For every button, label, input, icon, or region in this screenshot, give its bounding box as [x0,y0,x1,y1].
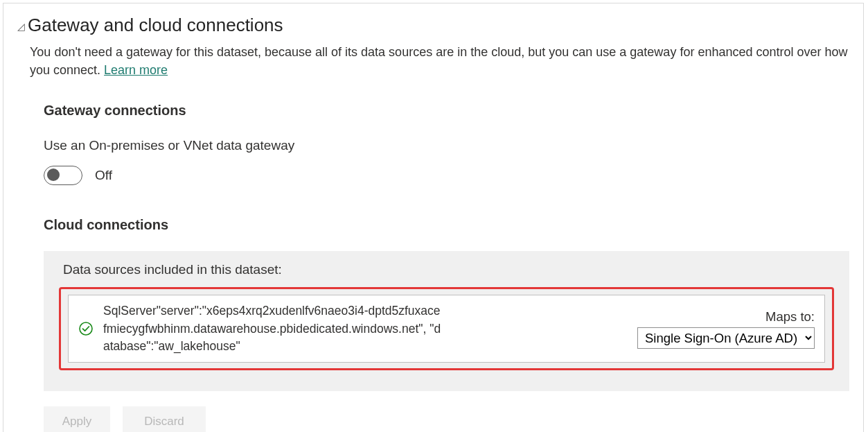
gateway-toggle-label: Use an On-premises or VNet data gateway [44,138,849,153]
maps-to-select[interactable]: Single Sign-On (Azure AD) [637,327,815,349]
maps-to-column: Maps to: Single Sign-On (Azure AD) [637,309,815,349]
datasource-text: SqlServer"server":"x6eps4xrq2xudenlfv6na… [103,302,443,355]
inner-content: Gateway connections Use an On-premises o… [44,103,849,432]
toggle-knob [47,169,60,181]
gateway-toggle[interactable] [44,166,82,185]
collapse-triangle-icon[interactable]: ◿ [17,21,25,31]
gateway-toggle-state: Off [95,168,112,183]
learn-more-link[interactable]: Learn more [104,63,168,77]
maps-to-label: Maps to: [765,309,815,325]
cloud-connections-heading: Cloud connections [44,217,849,233]
svg-point-0 [80,322,92,335]
highlighted-datasource-frame: SqlServer"server":"x6eps4xrq2xudenlfv6na… [59,287,834,370]
data-sources-block: Data sources included in this dataset: S… [44,251,849,391]
checkmark-circle-icon [78,321,94,336]
discard-button[interactable]: Discard [123,406,206,432]
gateway-connections-heading: Gateway connections [44,103,849,119]
section-header[interactable]: ◿ Gateway and cloud connections [17,15,849,36]
section-description: You don't need a gateway for this datase… [30,43,849,79]
apply-button[interactable]: Apply [44,406,110,432]
section-title: Gateway and cloud connections [28,15,283,36]
datasource-card: SqlServer"server":"x6eps4xrq2xudenlfv6na… [68,295,825,363]
action-button-row: Apply Discard [44,406,849,432]
gateway-toggle-row: Off [44,166,849,185]
gateway-cloud-panel: ◿ Gateway and cloud connections You don'… [3,3,864,432]
data-sources-title: Data sources included in this dataset: [63,262,834,277]
